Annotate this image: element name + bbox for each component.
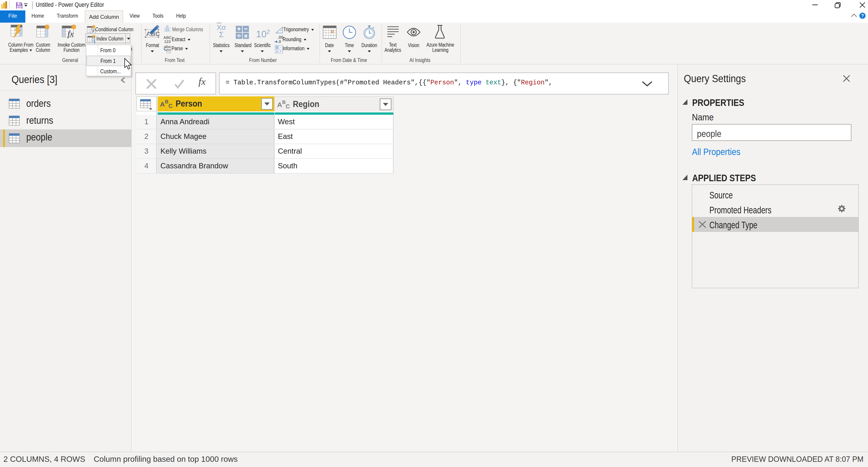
svg-text:1: 1 [276, 45, 278, 49]
svg-text:+: + [280, 49, 282, 53]
svg-text:3: 3 [94, 41, 95, 44]
svg-text:3: 3 [276, 49, 278, 53]
svg-text:fx: fx [67, 29, 74, 38]
svg-text:−: − [280, 45, 282, 49]
